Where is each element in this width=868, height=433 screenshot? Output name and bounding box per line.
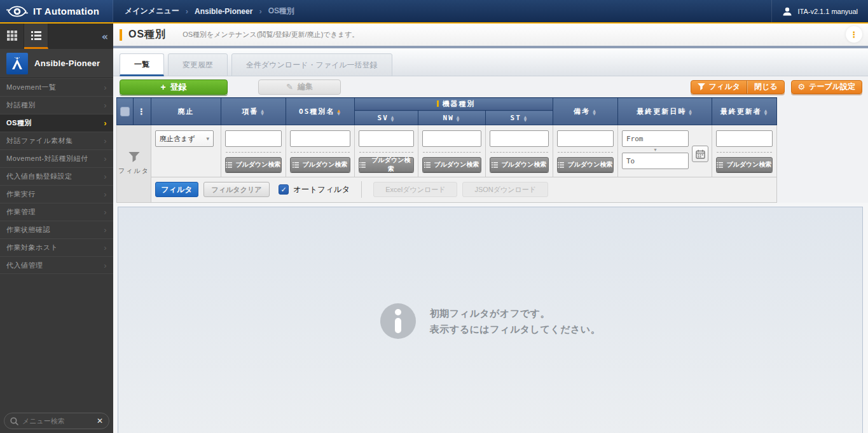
sidebar-item-os-type[interactable]: OS種別› [0,114,113,132]
tab-change-history[interactable]: 変更履歴 [168,53,228,76]
vertical-divider [361,181,362,198]
title-accent-bar [120,29,122,41]
sidebar-item-operation-management[interactable]: 作業管理› [0,203,113,221]
sidebar-item-target-host[interactable]: 作業対象ホスト› [0,238,113,256]
dashed-divider [291,152,350,153]
pulldown-search-button[interactable]: プルダウン検索 [716,157,773,172]
sidebar-tab-list-view[interactable] [24,24,48,49]
sort-icon[interactable]: ▲▼ [457,115,461,121]
filter-apply-button[interactable]: フィルタ [155,182,198,197]
chevron-right-icon: › [104,207,107,217]
kebab-icon[interactable]: ⋮ [137,107,147,116]
filter-input-st[interactable] [490,130,549,147]
clear-search-icon[interactable]: ✕ [97,416,103,425]
filter-input-date-to[interactable] [622,153,689,169]
sidebar-item-operation-execute[interactable]: 作業実行› [0,185,113,203]
sort-icon[interactable]: ▲▼ [764,109,769,115]
group-accent-bar [437,100,439,107]
sort-icon-active[interactable]: ▲▼ [337,109,341,115]
json-download-button[interactable]: JSONダウンロード [462,182,548,197]
sort-icon[interactable]: ▲▼ [689,109,693,115]
pencil-icon: ✎ [286,82,293,92]
list-icon [293,162,299,168]
sidebar-item-operation-status-check[interactable]: 作業状態確認› [0,221,113,238]
menu-search-input[interactable] [22,417,93,425]
record-toolbar: + 登録 ✎ 編集 フィルタ [113,76,868,97]
pulldown-search-button[interactable]: プルダウン検索 [422,157,481,172]
chevron-right-icon: › [104,100,107,110]
breadcrumb: メインメニュー › Ansible-Pioneer › OS種別 [125,0,294,22]
sidebar-tab-grid-view[interactable] [0,24,24,49]
edit-button[interactable]: ✎ 編集 [258,79,341,95]
chevron-right-icon: › [104,136,107,146]
sort-icon[interactable]: ▲▼ [261,109,265,115]
breadcrumb-main-menu[interactable]: メインメニュー [125,6,179,17]
filter-input-sv[interactable] [359,130,414,147]
filter-input-date-from[interactable] [622,130,689,147]
column-header-os-type-name[interactable]: OS種別名▲▼ [286,98,355,125]
column-header-last-updated[interactable]: 最終更新日時▲▼ [618,98,712,125]
toolbar-right-buttons: フィルタ 閉じる ⚙ テーブル設定 [691,80,862,94]
sort-icon[interactable]: ▲▼ [593,109,597,115]
pulldown-search-button[interactable]: プルダウン検索 [290,157,350,172]
empty-message-line1: 初期フィルタがオフです。 [430,305,600,321]
calendar-button[interactable] [692,146,708,162]
chevron-down-icon: ▾ [206,135,209,142]
autofilter-label: オートフィルタ [293,184,350,195]
tab-bulk-download-upload[interactable]: 全件ダウンロード・ファイル一括登録 [231,53,392,76]
column-header-index[interactable]: 項番▲▼ [221,98,286,125]
pulldown-search-button[interactable]: プルダウン検索 [490,157,549,172]
menu-group-header: Ansible-Pioneer [0,49,113,78]
tab-list[interactable]: 一覧 [120,53,164,76]
filter-open-button[interactable]: フィルタ [691,81,747,93]
filter-cell-index: プルダウン検索 [221,125,286,177]
filter-input-updated-by[interactable] [716,130,773,147]
sort-icon[interactable]: ▲▼ [391,115,396,121]
table-work-area: + 登録 ✎ 編集 フィルタ [113,76,868,203]
main-content: OS種別 OS種別をメンテナンス(閲覧/登録/更新/廃止)できます。 ⋮ 一覧 … [113,24,868,433]
filter-input-index[interactable] [225,130,282,147]
discard-filter-select[interactable]: 廃止含まず ▾ [155,130,214,147]
list-icon [424,162,431,168]
pulldown-search-button[interactable]: プルダウン検索 [359,157,414,172]
column-header-st[interactable]: ST▲▼ [486,111,553,125]
autofilter-checkbox[interactable]: ✓ [279,184,289,195]
user-menu[interactable]: ITA-v2.1.1 manyual [771,0,868,22]
chevron-right-icon: › [104,189,107,199]
sort-icon[interactable]: ▲▼ [524,115,528,121]
filter-cell-last-updated: ▾ [618,125,712,177]
filter-input-nw[interactable] [422,130,481,147]
column-header-updated-by[interactable]: 最終更新者▲▼ [712,98,777,125]
dashed-divider [490,152,548,153]
filter-section-label: フィルタ [117,125,151,203]
filter-close-button[interactable]: 閉じる [748,81,784,93]
filter-input-os-type-name[interactable] [290,130,350,147]
sidebar-item-dialog-file-collection[interactable]: 対話ファイル素材集› [0,132,113,149]
sidebar-item-movement-list[interactable]: Movement一覧› [0,78,113,96]
column-header-discard[interactable]: 廃止 [151,98,221,125]
filter-input-note[interactable] [557,130,614,147]
it-automation-app: IT Automation メインメニュー › Ansible-Pioneer … [0,0,868,433]
app-logo[interactable]: IT Automation [0,0,113,22]
table-settings-button[interactable]: ⚙ テーブル設定 [791,80,863,94]
filter-clear-button[interactable]: フィルタクリア [203,182,270,197]
column-header-sv[interactable]: SV▲▼ [355,111,418,125]
result-panel: 初期フィルタがオフです。 表示するにはフィルタしてください。 [118,207,863,433]
excel-download-button[interactable]: Excelダウンロード [373,182,457,197]
column-header-note[interactable]: 備考▲▼ [553,98,618,125]
pulldown-search-button[interactable]: プルダウン検索 [557,157,614,172]
sidebar-collapse-button[interactable]: « [102,24,108,49]
menu-search-box: ✕ [4,413,109,429]
select-all-checkbox[interactable] [120,107,130,116]
sidebar-item-substitution-auto-registration[interactable]: 代入値自動登録設定› [0,167,113,185]
page-menu-button[interactable]: ⋮ [846,26,862,43]
sidebar-item-substitution-management[interactable]: 代入値管理› [0,256,113,274]
autofilter-control: ✓ オートフィルタ [279,184,350,195]
column-header-nw[interactable]: NW▲▼ [418,111,486,125]
sidebar-item-movement-dialog-link[interactable]: Movement-対話種別紐付› [0,149,113,167]
filter-actions-row: フィルタ フィルタクリア ✓ オートフィルタ Excelダウンロード JSONダ… [151,177,777,203]
pulldown-search-button[interactable]: プルダウン検索 [225,157,282,172]
sidebar-item-dialog-type[interactable]: 対話種別› [0,96,113,114]
register-button[interactable]: + 登録 [120,79,228,95]
breadcrumb-ansible-pioneer[interactable]: Ansible-Pioneer [195,7,252,16]
